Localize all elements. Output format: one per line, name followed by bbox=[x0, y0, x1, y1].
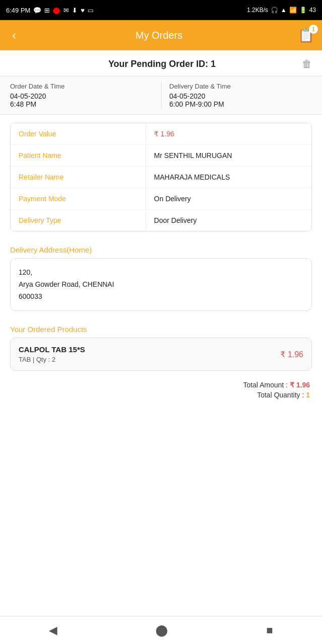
date-row: Order Date & Time 04-05-2020 6:48 PM Del… bbox=[0, 76, 322, 115]
nav-back-button[interactable]: ◀ bbox=[37, 620, 69, 641]
total-amount-value: ₹ 1.96 bbox=[290, 381, 310, 389]
status-time: 6:49 PM bbox=[6, 7, 30, 14]
detail-key-3: Payment Mode bbox=[11, 188, 146, 209]
detail-value-0: ₹ 1.96 bbox=[146, 123, 311, 144]
detail-row: Payment Mode On Delivery bbox=[11, 188, 311, 210]
network-speed: 1.2KB/s bbox=[247, 7, 268, 14]
order-date: 04-05-2020 bbox=[10, 92, 153, 100]
detail-row: Retailer Name MAHARAJA MEDICALS bbox=[11, 167, 311, 188]
delivery-date: 04-05-2020 bbox=[170, 92, 312, 100]
header-title: My Orders bbox=[20, 30, 298, 41]
cart-icon-wrapper[interactable]: 📋 1 bbox=[298, 28, 314, 43]
product-price-0: ₹ 1.96 bbox=[280, 350, 303, 359]
detail-value-3: On Delivery bbox=[146, 188, 311, 209]
nav-square-button[interactable]: ■ bbox=[254, 620, 285, 641]
headphone-icon: 🎧 bbox=[271, 7, 278, 14]
delivery-date-col: Delivery Date & Time 04-05-2020 6:00 PM-… bbox=[162, 83, 312, 108]
battery-level: 43 bbox=[309, 7, 316, 14]
product-info-0: CALPOL TAB 15*S TAB | Qty : 2 bbox=[19, 345, 85, 363]
delivery-time: 6:00 PM-9:00 PM bbox=[170, 100, 312, 108]
total-amount-label: Total Amount : bbox=[243, 381, 288, 389]
download-icon: ⬇ bbox=[72, 7, 77, 14]
detail-key-4: Delivery Type bbox=[11, 210, 146, 231]
main-content: Your Pending Order ID: 1 🗑 Order Date & … bbox=[0, 50, 322, 616]
total-quantity-line: Total Quantity : 1 bbox=[12, 391, 310, 399]
signal-icon: ▲ bbox=[281, 7, 287, 14]
detail-row: Patient Name Mr SENTHIL MURUGAN bbox=[11, 145, 311, 167]
mail-icon: ✉ bbox=[63, 7, 69, 14]
detail-value-2: MAHARAJA MEDICALS bbox=[146, 167, 311, 188]
heart-icon: ♥ bbox=[80, 7, 85, 14]
products-container: CALPOL TAB 15*S TAB | Qty : 2 ₹ 1.96 bbox=[0, 338, 322, 371]
totals-section: Total Amount : ₹ 1.96 Total Quantity : 1 bbox=[0, 377, 322, 411]
back-button[interactable]: ‹ bbox=[8, 24, 20, 46]
order-title-row: Your Pending Order ID: 1 🗑 bbox=[0, 50, 322, 76]
detail-row: Delivery Type Door Delivery bbox=[11, 210, 311, 231]
order-details-table: Order Value ₹ 1.96 Patient Name Mr SENTH… bbox=[10, 123, 312, 231]
total-amount-line: Total Amount : ₹ 1.96 bbox=[12, 381, 310, 389]
detail-key-1: Patient Name bbox=[11, 145, 146, 166]
detail-key-0: Order Value bbox=[11, 123, 146, 144]
product-card: CALPOL TAB 15*S TAB | Qty : 2 ₹ 1.96 bbox=[10, 338, 312, 371]
detail-value-4: Door Delivery bbox=[146, 210, 311, 231]
battery-icon: 🔋 bbox=[299, 7, 307, 14]
delete-icon[interactable]: 🗑 bbox=[302, 58, 312, 70]
nav-home-button[interactable]: ⬤ bbox=[143, 620, 180, 641]
order-title: Your Pending Order ID: 1 bbox=[22, 59, 302, 69]
total-quantity-value: 1 bbox=[306, 391, 310, 399]
bottom-navigation: ◀ ⬤ ■ bbox=[0, 616, 322, 644]
detail-value-1: Mr SENTHIL MURUGAN bbox=[146, 145, 311, 166]
order-date-label: Order Date & Time bbox=[10, 83, 153, 90]
delivery-date-label: Delivery Date & Time bbox=[170, 83, 312, 90]
product-name-0: CALPOL TAB 15*S bbox=[19, 345, 85, 354]
address-text: 120, Arya Gowder Road, CHENNAI 600033 bbox=[19, 267, 303, 302]
record-icon: ⬤ bbox=[53, 7, 60, 14]
whatsapp-icon: 💬 bbox=[33, 7, 41, 14]
product-sub-0: TAB | Qty : 2 bbox=[19, 356, 85, 363]
status-left: 6:49 PM 💬 ⊞ ⬤ ✉ ⬇ ♥ ▭ bbox=[6, 7, 94, 14]
wifi-icon: 📶 bbox=[289, 7, 297, 14]
header: ‹ My Orders 📋 1 bbox=[0, 20, 322, 50]
screen-icon: ▭ bbox=[88, 7, 94, 14]
products-label: Your Ordered Products bbox=[0, 319, 322, 338]
order-date-col: Order Date & Time 04-05-2020 6:48 PM bbox=[10, 83, 162, 108]
detail-row: Order Value ₹ 1.96 bbox=[11, 123, 311, 145]
total-quantity-label: Total Quantity : bbox=[257, 391, 304, 399]
cart-badge: 1 bbox=[309, 25, 318, 34]
delivery-address-label: Delivery Address(Home) bbox=[0, 239, 322, 258]
order-time: 6:48 PM bbox=[10, 100, 153, 108]
detail-key-2: Retailer Name bbox=[11, 167, 146, 188]
address-box: 120, Arya Gowder Road, CHENNAI 600033 bbox=[10, 258, 312, 311]
grid-icon: ⊞ bbox=[44, 7, 50, 14]
status-bar: 6:49 PM 💬 ⊞ ⬤ ✉ ⬇ ♥ ▭ 1.2KB/s 🎧 ▲ 📶 🔋 43 bbox=[0, 0, 322, 20]
status-right: 1.2KB/s 🎧 ▲ 📶 🔋 43 bbox=[247, 7, 316, 14]
